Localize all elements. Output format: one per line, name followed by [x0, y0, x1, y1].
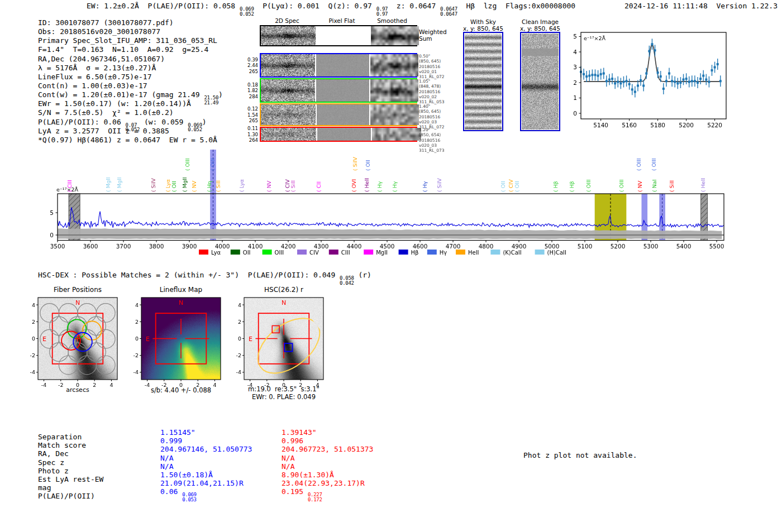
gaussian-fit-line	[584, 44, 721, 82]
report-version: Version 1.22.3	[716, 2, 778, 10]
panel-title-hsc-r: HSC(26.2) r	[244, 286, 323, 294]
emission-line-label: ( SiII	[669, 180, 675, 192]
data-point	[697, 82, 699, 84]
emission-line-label: ( SiII	[290, 180, 296, 192]
legend-label: HeII	[468, 250, 479, 256]
info-line: *Q(0.97) Hβ(4861) z = 0.0647 EW r = 5.0Å	[38, 136, 223, 145]
data-point	[640, 79, 642, 82]
zoom-plot-axes	[581, 32, 726, 119]
emission-line-label: ( Lyα	[239, 179, 245, 192]
cutout-right-value: (850, 645)	[419, 109, 445, 114]
legend-label: Hβ	[411, 250, 419, 256]
data-point	[634, 91, 636, 93]
spectrum-xtick-label: 4600	[413, 243, 428, 250]
header-datetime: 2024-12-16 11:11:48 Version 1.22.3	[624, 2, 778, 10]
data-point	[591, 74, 593, 76]
data-point	[588, 75, 590, 77]
panel-ytick-label: -2	[236, 352, 241, 358]
zoom-ytick-label: 4	[573, 49, 577, 55]
zoom-ytick-label: 3	[573, 64, 577, 70]
masked-region-band	[69, 194, 80, 241]
emission-line-label: ( Hγ	[422, 181, 428, 192]
cutout-strip-smooth	[372, 128, 421, 141]
info-line: EWr = 1.50(±0.17) (w: 1.20(±0.14))Å	[38, 99, 223, 108]
spectrum-xtick-label: 5300	[643, 243, 659, 250]
panel-ytick-label: 0	[238, 336, 241, 342]
spectrum-xtick-label: 4000	[215, 243, 230, 250]
data-point	[708, 81, 710, 83]
legend-swatch	[427, 250, 437, 255]
spectrum-xtick-label: 4100	[248, 243, 263, 250]
data-point	[631, 88, 633, 90]
data-point	[608, 79, 611, 81]
cutout-strip-flat	[316, 79, 369, 102]
data-point	[580, 71, 582, 73]
emission-line-label: ( CII	[316, 181, 322, 192]
sky-panel-title: Clean Image	[507, 18, 574, 25]
cutout-strip-flat	[317, 104, 370, 125]
cutout-left-labels: 0.392.44265	[235, 57, 258, 75]
match-row-label: Separation	[38, 433, 82, 441]
cutout-row	[260, 53, 417, 78]
data-point	[674, 81, 676, 83]
data-point	[665, 80, 667, 82]
header-summary: EW: 1.2±0.2Å P(LAE)/P(OII): 0.058 0.0690…	[87, 2, 575, 16]
data-point	[642, 85, 645, 87]
zoom-xtick-label: 5160	[622, 122, 637, 128]
info-line: λ = 5176Å σ = 2.13(±0.27)Å	[38, 64, 223, 73]
match-value-blue: 0.06 0.0690.053	[160, 487, 197, 502]
cutout-left-value: 1.54	[235, 112, 258, 118]
data-point	[705, 79, 707, 81]
panel-ytick-label: -4	[133, 369, 139, 375]
legend-label: CIV	[309, 250, 319, 256]
legend-label: Lyα	[211, 250, 221, 256]
cutout-strip-noise	[261, 128, 316, 141]
legend-swatch	[231, 250, 240, 255]
stacked-uncertainty: 0.0690.052	[188, 123, 202, 132]
cutout-right-value: 1.05"	[419, 79, 445, 84]
emission-line-label: ( CIV	[284, 179, 290, 192]
panel-ytick-label: 4	[32, 302, 35, 308]
spectrum-ytick-label: 5	[50, 209, 54, 216]
emission-line-label: ( SiIV	[352, 157, 358, 171]
match-row-label: mag	[38, 483, 51, 492]
cutout-strip-noise	[261, 26, 316, 45]
legend-label: OIII	[275, 250, 284, 256]
stacked-uncertainty: 0.0580.042	[340, 276, 354, 285]
legend-label: (K)CaII	[503, 250, 521, 256]
cutout-left-value: 1.30	[235, 132, 258, 138]
emission-line-label: ( CIV	[508, 179, 514, 192]
emission-line-label: ( NaI	[651, 180, 657, 192]
panel-ytick-label: 0	[32, 336, 35, 342]
cutout-strip-noise	[261, 104, 316, 125]
col-title-2dspec: 2D Spec	[261, 17, 313, 24]
emission-line-label: ( OIII	[585, 179, 592, 192]
match-value-red: 0.195 0.2270.172	[282, 487, 322, 502]
data-point	[605, 80, 608, 82]
panel-title-fiber-positions: Fiber Positions	[38, 286, 117, 294]
cutout-right-labels: 1.20"(850, 654)20180516v020_03311_RL_073	[419, 127, 445, 153]
emission-line-label: ( OIII	[618, 179, 624, 192]
legend-swatch	[535, 250, 545, 255]
zoom-ytick-label: 1	[573, 94, 577, 101]
cutout-right-value: 0.50"	[419, 54, 445, 59]
info-line: ID: 3001078077 (3001078077.pdf)	[38, 18, 223, 27]
data-point	[671, 80, 673, 82]
weighted-sum-row	[260, 25, 417, 46]
emission-line-label: ( MgII	[105, 177, 111, 192]
legend-label: Hγ	[440, 250, 447, 256]
line-candidate-band	[595, 194, 627, 241]
emission-line-label: ( OII	[171, 181, 177, 192]
emission-line-label: ( MgII	[116, 177, 122, 192]
match-value-red: 8.90(±1.30)Å	[282, 471, 334, 479]
legend-swatch	[399, 250, 408, 255]
with-sky-image	[465, 33, 502, 130]
masked-region-band	[701, 194, 708, 241]
zoom-xtick-label: 5180	[650, 122, 665, 128]
cutout-strip-smooth	[371, 26, 419, 45]
cutout-right-value: 20180516	[419, 138, 445, 143]
data-point	[597, 75, 599, 77]
match-value-red: N/A	[282, 454, 294, 462]
emission-line-label: ( NV	[191, 180, 197, 192]
emission-line-label: ( Hη	[206, 181, 212, 192]
